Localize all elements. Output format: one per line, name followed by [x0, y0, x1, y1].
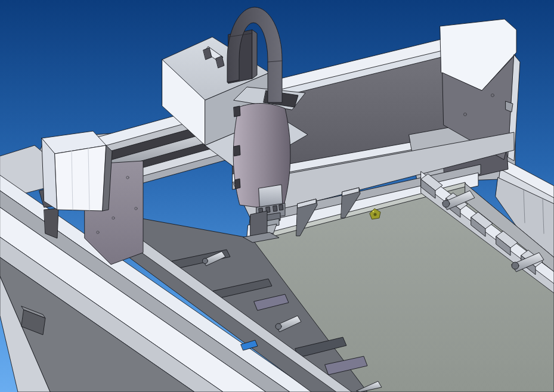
- cad-viewport[interactable]: [0, 0, 554, 392]
- y-motor-box-shadow: [44, 209, 58, 238]
- clamp-cylinder-cap: [512, 262, 519, 269]
- support-cylinder-cap: [276, 323, 281, 329]
- cable-carrier-leg-side: [252, 30, 257, 79]
- support-cylinder-cap: [203, 259, 208, 264]
- debris-part-core: [374, 213, 377, 216]
- machine-render-canvas[interactable]: [0, 0, 554, 392]
- cover-latch: [234, 106, 240, 117]
- cover-latch: [235, 179, 240, 189]
- debris-part-glint: [373, 211, 375, 213]
- collar-knob: [279, 204, 283, 210]
- laser-cutting-machine-model: [0, 0, 554, 392]
- cover-latch: [234, 145, 240, 156]
- collar-knob: [273, 206, 277, 211]
- clamp-cylinder-cap: [442, 200, 450, 207]
- y-motor-box-front: [55, 145, 106, 211]
